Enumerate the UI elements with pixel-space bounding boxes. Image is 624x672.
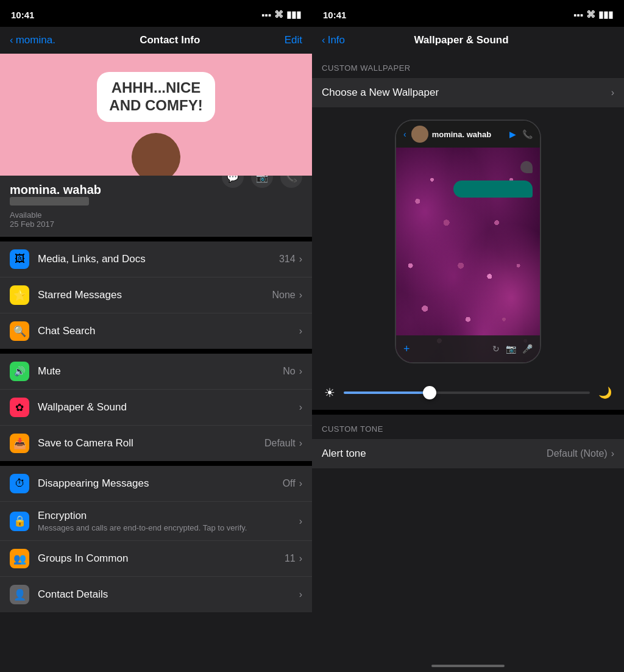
- wallpaper-label: Wallpaper & Sound: [38, 401, 299, 413]
- contact-name: momina. wahab: [10, 183, 101, 196]
- contact-details-icon: 👤: [10, 585, 29, 604]
- media-value: 314: [279, 254, 296, 265]
- menu-group-3: ⏱ Disappearing Messages Off › 🔒 Encrypti…: [0, 466, 312, 612]
- mute-chevron-icon: ›: [299, 366, 302, 377]
- wifi-icon-right: ⌘: [586, 9, 595, 20]
- phone-message-sent: [453, 181, 533, 198]
- phone-video-icon: ▶: [509, 129, 516, 139]
- menu-item-search[interactable]: 🔍 Chat Search ›: [0, 313, 312, 349]
- battery-icon-right: ▮▮▮: [598, 9, 613, 20]
- moon-icon: 🌙: [598, 386, 612, 399]
- starred-chevron-icon: ›: [299, 290, 302, 301]
- brightness-slider[interactable]: [344, 391, 590, 394]
- contact-details-label: Contact Details: [38, 588, 299, 601]
- menu-item-groups[interactable]: 👥 Groups In Common 11 ›: [0, 541, 312, 577]
- encryption-chevron-icon: ›: [299, 516, 302, 527]
- menu-item-camera-roll[interactable]: 📥 Save to Camera Roll Default ›: [0, 426, 312, 461]
- media-icon: 🖼: [10, 249, 29, 269]
- camera-roll-icon: 📥: [10, 434, 29, 453]
- disappearing-label: Disappearing Messages: [38, 477, 283, 490]
- phone-sticker-icon: ↻: [492, 344, 500, 354]
- page-title-left: Contact Info: [140, 34, 200, 46]
- menu-item-encryption[interactable]: 🔒 Encryption Messages and calls are end-…: [0, 502, 312, 541]
- back-chevron-icon: ‹: [10, 34, 13, 46]
- phone-call-icon: 📞: [522, 129, 533, 139]
- media-label: Media, Links, and Docs: [38, 253, 279, 265]
- back-button-right[interactable]: ‹ Info: [322, 34, 345, 46]
- encryption-label: Encryption: [38, 510, 299, 522]
- search-icon: 🔍: [10, 321, 29, 341]
- custom-wallpaper-header: CUSTOM WALLPAPER: [312, 54, 624, 78]
- page-title-right: Wallpaper & Sound: [414, 34, 508, 46]
- phone-mockup: ‹ momina. wahab ▶ 📞 + ↻: [395, 120, 541, 363]
- choose-wallpaper-button[interactable]: Choose a New Wallpaper ›: [312, 78, 624, 107]
- battery-icon: ▮▮▮: [286, 9, 301, 20]
- brightness-thumb[interactable]: [423, 386, 436, 399]
- phone-chat-area: [396, 148, 540, 335]
- phone-input-icons: ↻ 📷 🎤: [492, 344, 533, 354]
- starred-label: Starred Messages: [38, 289, 272, 301]
- disappearing-icon: ⏱: [10, 474, 29, 493]
- groups-icon: 👥: [10, 549, 29, 568]
- back-button-left[interactable]: ‹ momina.: [10, 34, 55, 46]
- phone-input-bar: + ↻ 📷 🎤: [396, 335, 540, 362]
- contact-info-section: momina. wahab 💬 📷 📞 Available 25 Feb 201…: [0, 176, 312, 237]
- custom-tone-label: CUSTOM TONE: [322, 424, 383, 434]
- back-chevron-right-icon: ‹: [322, 34, 325, 46]
- wifi-icon: ⌘: [274, 9, 283, 20]
- status-icons-right: ▪▪▪ ⌘ ▮▮▮: [573, 9, 613, 20]
- menu-item-disappearing[interactable]: ⏱ Disappearing Messages Off ›: [0, 466, 312, 502]
- starred-icon: ⭐: [10, 285, 29, 305]
- comic-bubble: AHHH...NICEAND COMFY!: [97, 72, 214, 122]
- wallpaper-chevron-icon: ›: [299, 402, 302, 413]
- search-chevron-icon: ›: [299, 326, 302, 337]
- custom-wallpaper-label: CUSTOM WALLPAPER: [322, 63, 411, 73]
- phone-contact-name: momina. wahab: [432, 130, 509, 139]
- signal-icon-right: ▪▪▪: [573, 10, 583, 20]
- phone-action-icons: ▶ 📞: [509, 129, 533, 139]
- contact-details-chevron-icon: ›: [299, 589, 302, 600]
- custom-tone-header: CUSTOM TONE: [312, 410, 624, 439]
- time-right: 10:41: [323, 10, 346, 20]
- encryption-text: Encryption Messages and calls are end-to…: [38, 510, 299, 532]
- time-left: 10:41: [11, 10, 34, 20]
- divider-1: [0, 237, 312, 241]
- encryption-icon: 🔒: [10, 512, 29, 531]
- phone-back-icon: ‹: [403, 129, 406, 139]
- left-panel: 10:41 ▪▪▪ ⌘ ▮▮▮ ‹ momina. Contact Info E…: [0, 0, 312, 672]
- media-chevron-icon: ›: [299, 254, 302, 265]
- status-bar-left: 10:41 ▪▪▪ ⌘ ▮▮▮: [0, 0, 312, 27]
- brightness-row: ☀ 🌙: [312, 376, 624, 410]
- alert-tone-chevron-icon: ›: [611, 448, 614, 459]
- menu-item-media[interactable]: 🖼 Media, Links, and Docs 314 ›: [0, 241, 312, 277]
- mute-label: Mute: [38, 365, 283, 377]
- back-label-left: momina.: [16, 34, 55, 46]
- groups-label: Groups In Common: [38, 552, 285, 565]
- disappearing-value: Off: [283, 478, 296, 489]
- phone-mic-icon: 🎤: [522, 344, 533, 354]
- phone-avatar: [411, 126, 428, 143]
- phone-input-plus-icon: +: [403, 343, 410, 356]
- camera-roll-chevron-icon: ›: [299, 438, 302, 449]
- home-indicator-right: [431, 665, 505, 667]
- menu-item-contact-details[interactable]: 👤 Contact Details ›: [0, 577, 312, 612]
- mute-value: No: [283, 366, 295, 377]
- search-label: Chat Search: [38, 325, 299, 337]
- contact-image: AHHH...NICEAND COMFY!: [0, 54, 312, 176]
- alert-tone-row[interactable]: Alert tone Default (Note) ›: [312, 439, 624, 468]
- camera-roll-label: Save to Camera Roll: [38, 437, 264, 449]
- name-blur: [10, 197, 89, 206]
- nav-bar-right: ‹ Info Wallpaper & Sound: [312, 27, 624, 54]
- choose-wallpaper-label: Choose a New Wallpaper: [322, 87, 611, 99]
- wallpaper-choose-chevron-icon: ›: [611, 87, 614, 98]
- disappearing-chevron-icon: ›: [299, 478, 302, 489]
- alert-tone-value: Default (Note): [547, 448, 608, 459]
- menu-item-starred[interactable]: ⭐ Starred Messages None ›: [0, 277, 312, 313]
- edit-button[interactable]: Edit: [285, 34, 302, 46]
- right-panel: 10:41 ▪▪▪ ⌘ ▮▮▮ ‹ Info Wallpaper & Sound…: [312, 0, 624, 672]
- nav-bar-left: ‹ momina. Contact Info Edit: [0, 27, 312, 54]
- divider-3: [0, 461, 312, 466]
- menu-group-1: 🖼 Media, Links, and Docs 314 › ⭐ Starred…: [0, 241, 312, 349]
- menu-item-mute[interactable]: 🔊 Mute No ›: [0, 354, 312, 390]
- menu-item-wallpaper[interactable]: ✿ Wallpaper & Sound ›: [0, 390, 312, 426]
